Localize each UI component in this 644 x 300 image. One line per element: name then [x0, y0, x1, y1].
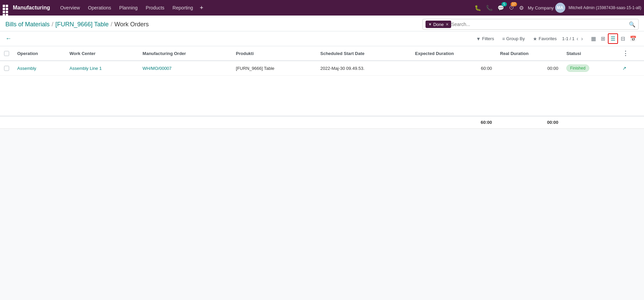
filter-icon: ▼	[428, 22, 432, 26]
pivot-icon: ⊟	[621, 36, 625, 42]
cell-external-link[interactable]: ↗	[618, 61, 644, 76]
nav-reporting[interactable]: Reporting	[169, 4, 197, 12]
next-page-button[interactable]: ›	[581, 35, 584, 43]
breadcrumb-sep-2: /	[111, 21, 112, 28]
company-name[interactable]: My Company	[528, 5, 554, 10]
cell-operation: Assembly	[13, 61, 66, 76]
pagination: 1-1 / 1 ‹ ›	[562, 35, 584, 43]
apps-icon[interactable]	[3, 5, 9, 11]
cell-expected-duration: 60:00	[411, 61, 496, 76]
breadcrumb-sep-1: /	[52, 21, 53, 28]
col-produkti[interactable]: Produkti	[232, 46, 316, 61]
clock-badge: 37	[511, 2, 517, 6]
select-all-header[interactable]	[0, 46, 13, 61]
totals-row: 60:00 00:00	[0, 116, 644, 129]
favorites-button[interactable]: ★ Favorites	[530, 35, 559, 43]
filter-tag-label: Done	[433, 22, 444, 27]
nav-products[interactable]: Products	[143, 4, 168, 12]
breadcrumb-table[interactable]: [FURN_9666] Table	[55, 21, 109, 28]
manufacturing-order-link[interactable]: WH/MO/00007	[143, 66, 172, 71]
search-icon[interactable]: 🔍	[629, 21, 636, 28]
total-expected-duration: 60:00	[411, 116, 496, 129]
col-manufacturing-order[interactable]: Manufacturing Order	[138, 46, 232, 61]
pagination-label: 1-1 / 1	[562, 36, 574, 41]
nav-planning[interactable]: Planning	[116, 4, 141, 12]
col-work-center[interactable]: Work Center	[66, 46, 138, 61]
col-statusi[interactable]: Statusi	[562, 46, 618, 61]
search-input[interactable]	[451, 22, 627, 27]
content-area	[0, 129, 644, 297]
kanban-view-button[interactable]: ⊞	[599, 34, 607, 43]
view-switcher: ▦ ⊞ ☰ ⊟ 📅	[589, 33, 639, 44]
top-navigation: Manufacturing Overview Operations Planni…	[0, 0, 644, 16]
pivot-view-button[interactable]: ⊟	[619, 34, 627, 43]
col-expected-duration[interactable]: Expected Duration	[411, 46, 496, 61]
calendar-view-button[interactable]: 📅	[628, 34, 639, 43]
filter-icon: ▼	[476, 36, 481, 42]
groupby-button[interactable]: ≡ Group By	[499, 35, 527, 43]
groupby-icon: ≡	[502, 36, 505, 42]
cell-produkti: [FURN_9666] Table	[232, 61, 316, 76]
toolbar: ← ▼ Filters ≡ Group By ★ Favorites 1-1 /…	[0, 31, 644, 46]
totals-end	[562, 116, 644, 129]
col-real-duration[interactable]: Real Duration	[496, 46, 563, 61]
col-operation[interactable]: Operation	[13, 46, 66, 61]
filters-button[interactable]: ▼ Filters	[473, 35, 497, 43]
filter-tag-done: ▼ Done ×	[426, 21, 451, 28]
work-center-link[interactable]: Assembly Line 1	[70, 66, 102, 71]
chat-icon[interactable]: 💬 5	[496, 3, 506, 12]
settings-icon[interactable]: ⚙	[518, 3, 525, 12]
star-icon: ★	[533, 36, 537, 42]
kanban-icon: ⊞	[601, 36, 605, 42]
list-view-button[interactable]: ☰	[608, 33, 618, 44]
cell-manufacturing-order: WH/MO/00007	[138, 61, 232, 76]
clock-icon[interactable]: ⏱ 37	[508, 3, 516, 12]
cell-scheduled-start-date: 2022-Maj-30 09.49.53.	[316, 61, 411, 76]
breadcrumb-work-orders: Work Orders	[114, 21, 149, 28]
breadcrumb-bills-of-materials[interactable]: Bills of Materials	[5, 21, 50, 28]
favorites-label: Favorites	[539, 36, 557, 41]
cell-work-center: Assembly Line 1	[66, 61, 138, 76]
phone-icon[interactable]: 📞	[485, 3, 494, 12]
totals-spacer	[0, 116, 411, 129]
separator-row	[0, 76, 644, 116]
work-orders-table-container: Operation Work Center Manufacturing Orde…	[0, 46, 644, 129]
calendar-icon: 📅	[630, 36, 637, 42]
back-button[interactable]: ←	[5, 35, 11, 42]
search-box: ▼ Done × 🔍	[422, 19, 639, 30]
col-scheduled-start-date[interactable]: Scheduled Start Date	[316, 46, 411, 61]
row-checkbox-cell[interactable]	[0, 61, 13, 76]
status-badge: Finished	[566, 64, 589, 72]
total-real-duration: 00:00	[496, 116, 563, 129]
groupby-label: Group By	[506, 36, 525, 41]
more-options-icon[interactable]: ⋮	[622, 50, 628, 57]
bug-icon[interactable]: 🐛	[473, 3, 483, 12]
list-icon: ☰	[611, 36, 615, 42]
cell-status: Finished	[562, 61, 618, 76]
nav-operations[interactable]: Operations	[85, 4, 114, 12]
prev-page-button[interactable]: ‹	[576, 35, 579, 43]
nav-action-icons: 🐛 📞 💬 5 ⏱ 37 ⚙	[473, 3, 525, 12]
add-menu-button[interactable]: +	[198, 4, 206, 11]
user-name: Mitchell Admin (15987438-saas-15-1-all)	[569, 5, 641, 10]
work-orders-table: Operation Work Center Manufacturing Orde…	[0, 46, 644, 129]
nav-overview[interactable]: Overview	[57, 4, 83, 12]
col-more-options[interactable]: ⋮	[618, 46, 644, 61]
bar-chart-icon: ▦	[591, 36, 596, 42]
cell-real-duration: 00:00	[496, 61, 563, 76]
table-header-row: Operation Work Center Manufacturing Orde…	[0, 46, 644, 61]
filters-label: Filters	[482, 36, 494, 41]
row-checkbox[interactable]	[4, 66, 9, 71]
select-all-checkbox[interactable]	[4, 51, 9, 56]
table-row: Assembly Assembly Line 1 WH/MO/00007 [FU…	[0, 61, 644, 76]
operation-link[interactable]: Assembly	[17, 66, 36, 71]
chat-badge: 5	[501, 2, 507, 6]
external-link-icon[interactable]: ↗	[622, 65, 626, 71]
breadcrumb: Bills of Materials / [FURN_9666] Table /…	[5, 21, 149, 28]
graph-view-button[interactable]: ▦	[589, 34, 598, 43]
remove-filter-button[interactable]: ×	[446, 22, 448, 27]
avatar[interactable]: MA	[555, 3, 565, 13]
app-brand: Manufacturing	[13, 5, 50, 11]
